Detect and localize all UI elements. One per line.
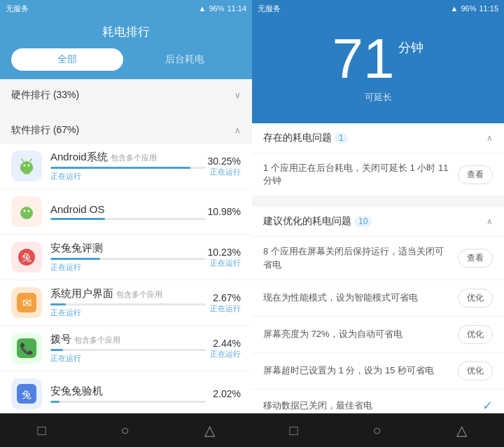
app-percent: 30.25% 正在运行 — [206, 156, 241, 177]
app-percent: 2.44% 正在运行 — [206, 338, 241, 359]
issue-title: 存在的耗电问题 — [263, 132, 332, 144]
app-progress-wrap — [50, 167, 206, 169]
action-button[interactable]: 优化 — [458, 289, 493, 308]
app-percent-value: 2.02% — [206, 388, 241, 399]
hero-number: 71 — [332, 31, 395, 87]
action-button[interactable]: 查看 — [458, 249, 493, 268]
tab-background[interactable]: 后台耗电 — [129, 48, 241, 71]
left-title: 耗电排行 — [102, 24, 150, 40]
app-name: 拨号 — [50, 333, 71, 346]
app-sub: 包含多个应用 — [116, 289, 162, 300]
right-time: 11:15 — [479, 4, 498, 13]
app-name-row: 拨号 包含多个应用 — [50, 333, 206, 346]
app-item[interactable]: 兔 安兔兔评测 正在运行 10.23% 正在运行 — [0, 235, 252, 280]
app-progress-bar — [50, 218, 105, 220]
issue-row[interactable]: 移动数据已关闭，最佳省电 ✓ — [252, 390, 504, 413]
svg-text:📞: 📞 — [20, 342, 34, 355]
left-header: 耗电排行 — [0, 17, 252, 48]
app-name: Android系统 — [50, 151, 108, 164]
issue-count: 10 — [354, 216, 372, 227]
app-running-status: 正在运行 — [50, 308, 81, 317]
left-battery: 96% — [209, 4, 224, 13]
app-percent: 10.23% 正在运行 — [206, 247, 241, 268]
right-status-bar: 无服务 ▲ 96% 11:15 — [252, 0, 504, 17]
svg-rect-6 — [20, 166, 22, 170]
svg-point-3 — [28, 165, 30, 167]
app-progress-bar — [50, 258, 100, 260]
app-percent-value: 2.44% — [206, 338, 241, 349]
hardware-section-header[interactable]: 硬件排行 (33%) ∨ — [0, 79, 252, 109]
issue-row[interactable]: 1 个应用正在后台耗电，关闭可延长 1 小时 11 分钟 查看 — [252, 153, 504, 195]
app-sub: 包含多个应用 — [74, 335, 120, 345]
app-name-row: 系统用户界面 包含多个应用 — [50, 287, 206, 301]
app-icon: 📞 — [11, 333, 42, 364]
issue-row[interactable]: 现在为性能模式，设为智能模式可省电 优化 — [252, 280, 504, 317]
app-item[interactable]: ✉ 系统用户界面 包含多个应用 正在运行 2.67% 正在运行 — [0, 280, 252, 326]
software-section-header[interactable]: 软件排行 (67%) ∧ — [0, 114, 252, 144]
tab-bar: 全部 后台耗电 — [0, 48, 252, 79]
hardware-chevron-icon: ∨ — [234, 90, 241, 100]
hardware-title: 硬件排行 (33%) — [11, 89, 79, 102]
right-battery: 96% — [461, 4, 476, 13]
action-button[interactable]: 优化 — [458, 362, 493, 380]
app-icon — [11, 151, 42, 181]
issue-row[interactable]: 屏幕亮度为 72%，设为自动可省电 优化 — [252, 317, 504, 353]
issue-text: 现在为性能模式，设为智能模式可省电 — [263, 291, 458, 304]
tab-all[interactable]: 全部 — [11, 48, 123, 71]
app-progress-wrap — [50, 258, 206, 260]
issue-header-0[interactable]: 存在的耗电问题 1 ∧ — [252, 123, 504, 153]
app-running-status: 正在运行 — [50, 263, 81, 271]
app-item[interactable]: Android OS 10.98% — [0, 189, 252, 235]
svg-text:兔: 兔 — [22, 389, 31, 400]
app-list: Android系统 包含多个应用 正在运行 30.25% 正在运行 Androi… — [0, 144, 252, 413]
app-percent: 10.98% — [206, 206, 241, 217]
issue-header-1[interactable]: 建议优化的耗电问题 10 ∧ — [252, 207, 504, 237]
issue-text: 8 个应用在屏幕关闭后保持运行，适当关闭可省电 — [263, 245, 458, 270]
issue-text: 屏幕亮度为 72%，设为自动可省电 — [263, 328, 458, 341]
app-name-row: 安兔兔评测 — [50, 242, 206, 255]
right-home-icon[interactable]: □ — [289, 422, 298, 439]
app-progress-wrap — [50, 303, 206, 305]
issue-text: 屏幕超时已设置为 1 分，设为 15 秒可省电 — [263, 364, 458, 377]
app-name-row: 安兔兔验机 — [50, 385, 206, 398]
issue-title: 建议优化的耗电问题 — [263, 215, 351, 228]
right-sections: 存在的耗电问题 1 ∧ 1 个应用正在后台耗电，关闭可延长 1 小时 11 分钟… — [252, 123, 504, 413]
issue-section-1: 建议优化的耗电问题 10 ∧ 8 个应用在屏幕关闭后保持运行，适当关闭可省电 查… — [252, 207, 504, 413]
action-button[interactable]: 优化 — [458, 325, 493, 344]
left-back-icon[interactable]: ○ — [121, 422, 130, 439]
app-sub: 包含多个应用 — [111, 153, 157, 163]
issue-chevron-icon: ∧ — [486, 216, 493, 226]
issue-text: 移动数据已关闭，最佳省电 — [263, 399, 482, 412]
app-percent-status: 正在运行 — [206, 349, 241, 359]
app-percent-value: 10.98% — [206, 206, 241, 217]
issue-text: 1 个应用正在后台耗电，关闭可延长 1 小时 11 分钟 — [263, 162, 458, 187]
right-wifi-icon: ▲ — [451, 4, 458, 13]
right-menu-icon[interactable]: △ — [456, 422, 467, 439]
left-wifi-icon: ▲ — [199, 4, 206, 13]
app-item[interactable]: 兔 安兔兔验机 2.02% — [0, 371, 252, 413]
svg-rect-9 — [27, 172, 29, 174]
left-status-right: ▲ 96% 11:14 — [199, 4, 246, 13]
issue-row[interactable]: 屏幕超时已设置为 1 分，设为 15 秒可省电 优化 — [252, 353, 504, 390]
issue-chevron-icon: ∧ — [486, 133, 493, 143]
app-progress-bar — [50, 349, 63, 351]
app-item[interactable]: 📞 拨号 包含多个应用 正在运行 2.44% 正在运行 — [0, 326, 252, 371]
app-name: Android OS — [50, 203, 105, 215]
left-menu-icon[interactable]: △ — [204, 422, 215, 439]
app-percent-value: 30.25% — [206, 156, 241, 167]
issue-row[interactable]: 8 个应用在屏幕关闭后保持运行，适当关闭可省电 查看 — [252, 237, 504, 280]
left-time: 11:14 — [227, 4, 246, 13]
right-carrier: 无服务 — [258, 4, 281, 14]
app-percent: 2.67% 正在运行 — [206, 292, 241, 314]
app-item[interactable]: Android系统 包含多个应用 正在运行 30.25% 正在运行 — [0, 144, 252, 189]
issue-count: 1 — [335, 132, 348, 144]
left-home-icon[interactable]: □ — [37, 422, 46, 439]
app-name: 安兔兔验机 — [50, 385, 103, 398]
action-button[interactable]: 查看 — [458, 165, 493, 184]
app-progress-bar — [50, 401, 59, 403]
app-running-status: 正在运行 — [50, 354, 81, 362]
app-percent: 2.02% — [206, 388, 241, 399]
app-percent-value: 10.23% — [206, 247, 241, 258]
svg-point-2 — [24, 165, 26, 167]
right-back-icon[interactable]: ○ — [373, 422, 382, 439]
